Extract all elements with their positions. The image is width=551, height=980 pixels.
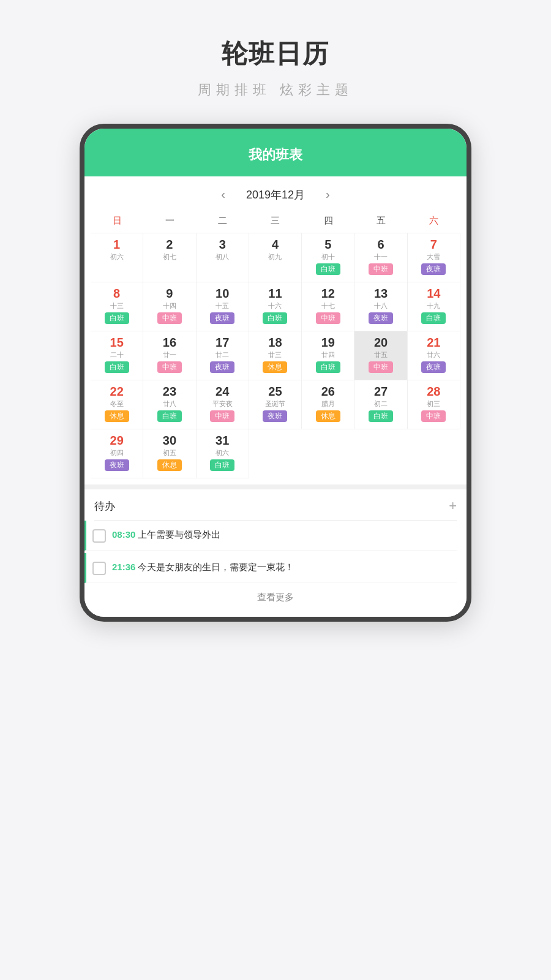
month-nav: ‹ 2019年12月 › bbox=[91, 176, 460, 209]
calendar-grid: 1初六2初七3初八4初九5初十白班6十一中班7大雪夜班8十三白班9十四中班10十… bbox=[91, 233, 460, 478]
weekday-sun: 日 bbox=[91, 213, 143, 229]
day-cell-6[interactable]: 6十一中班 bbox=[354, 233, 407, 282]
next-month-btn[interactable]: › bbox=[320, 185, 336, 204]
day-cell-31[interactable]: 31初六白班 bbox=[197, 429, 249, 478]
day-cell-14[interactable]: 14十九白班 bbox=[408, 282, 460, 331]
todo-time-0: 08:30 bbox=[112, 529, 135, 540]
day-cell-20[interactable]: 20廿五中班 bbox=[354, 331, 407, 380]
todo-text-0: 上午需要与领导外出 bbox=[138, 529, 220, 540]
day-cell-25[interactable]: 25圣诞节夜班 bbox=[249, 380, 302, 429]
day-cell-5[interactable]: 5初十白班 bbox=[302, 233, 354, 282]
todo-text-1: 今天是女朋友的生日，需要定一束花！ bbox=[138, 562, 294, 572]
todo-title: 待办 bbox=[94, 499, 115, 513]
day-cell-3[interactable]: 3初八 bbox=[197, 233, 249, 282]
day-cell-28[interactable]: 28初三中班 bbox=[408, 380, 460, 429]
day-cell-1[interactable]: 1初六 bbox=[91, 233, 143, 282]
todo-more[interactable]: 查看更多 bbox=[94, 583, 457, 607]
day-cell-15[interactable]: 15二十白班 bbox=[91, 331, 143, 380]
todo-section: 待办 + 08:30上午需要与领导外出21:36今天是女朋友的生日，需要定一束花… bbox=[84, 484, 467, 617]
day-cell-16[interactable]: 16廿一中班 bbox=[143, 331, 196, 380]
day-cell-11[interactable]: 11十六白班 bbox=[249, 282, 302, 331]
todo-checkbox-1[interactable] bbox=[92, 562, 106, 575]
todo-item-1[interactable]: 21:36今天是女朋友的生日，需要定一束花！ bbox=[84, 553, 457, 583]
app-title: 轮班日历 bbox=[222, 37, 329, 71]
todo-add-btn[interactable]: + bbox=[449, 498, 457, 514]
month-title: 2019年12月 bbox=[246, 187, 305, 202]
weekday-wed: 三 bbox=[249, 213, 302, 229]
day-cell-27[interactable]: 27初二白班 bbox=[354, 380, 407, 429]
weekday-fri: 五 bbox=[354, 213, 407, 229]
day-cell-13[interactable]: 13十八夜班 bbox=[354, 282, 407, 331]
weekday-mon: 一 bbox=[143, 213, 196, 229]
day-cell-9[interactable]: 9十四中班 bbox=[143, 282, 196, 331]
day-cell-30[interactable]: 30初五休息 bbox=[143, 429, 196, 478]
todo-header: 待办 + bbox=[94, 489, 457, 521]
weekday-tue: 二 bbox=[197, 213, 249, 229]
day-cell-7[interactable]: 7大雪夜班 bbox=[408, 233, 460, 282]
day-cell-4[interactable]: 4初九 bbox=[249, 233, 302, 282]
todo-time-1: 21:36 bbox=[112, 562, 135, 572]
phone-frame: 我的班表 ‹ 2019年12月 › 日 一 二 三 四 五 六 1初六2初七3初… bbox=[80, 124, 471, 622]
day-cell-10[interactable]: 10十五夜班 bbox=[197, 282, 249, 331]
day-cell-22[interactable]: 22冬至休息 bbox=[91, 380, 143, 429]
weekday-row: 日 一 二 三 四 五 六 bbox=[91, 209, 460, 233]
app-subtitle: 周期排班 炫彩主题 bbox=[198, 81, 353, 99]
day-cell-18[interactable]: 18廿三休息 bbox=[249, 331, 302, 380]
day-cell-19[interactable]: 19廿四白班 bbox=[302, 331, 354, 380]
day-cell-23[interactable]: 23廿八白班 bbox=[143, 380, 196, 429]
weekday-sat: 六 bbox=[408, 213, 460, 229]
todo-content-0: 08:30上午需要与领导外出 bbox=[112, 528, 220, 542]
todo-list: 08:30上午需要与领导外出21:36今天是女朋友的生日，需要定一束花！ bbox=[94, 521, 457, 583]
todo-checkbox-0[interactable] bbox=[92, 529, 106, 543]
weekday-thu: 四 bbox=[302, 213, 354, 229]
day-cell-26[interactable]: 26腊月休息 bbox=[302, 380, 354, 429]
day-cell-21[interactable]: 21廿六夜班 bbox=[408, 331, 460, 380]
day-cell-8[interactable]: 8十三白班 bbox=[91, 282, 143, 331]
prev-month-btn[interactable]: ‹ bbox=[215, 185, 231, 204]
todo-item-0[interactable]: 08:30上午需要与领导外出 bbox=[84, 521, 457, 551]
calendar-section: ‹ 2019年12月 › 日 一 二 三 四 五 六 1初六2初七3初八4初九5… bbox=[84, 176, 467, 484]
day-cell-12[interactable]: 12十七中班 bbox=[302, 282, 354, 331]
phone-header-label: 我的班表 bbox=[249, 147, 302, 162]
day-cell-17[interactable]: 17廿二夜班 bbox=[197, 331, 249, 380]
day-cell-24[interactable]: 24平安夜中班 bbox=[197, 380, 249, 429]
day-cell-2[interactable]: 2初七 bbox=[143, 233, 196, 282]
phone-header: 我的班表 bbox=[84, 129, 467, 176]
day-cell-29[interactable]: 29初四夜班 bbox=[91, 429, 143, 478]
todo-content-1: 21:36今天是女朋友的生日，需要定一束花！ bbox=[112, 560, 294, 575]
